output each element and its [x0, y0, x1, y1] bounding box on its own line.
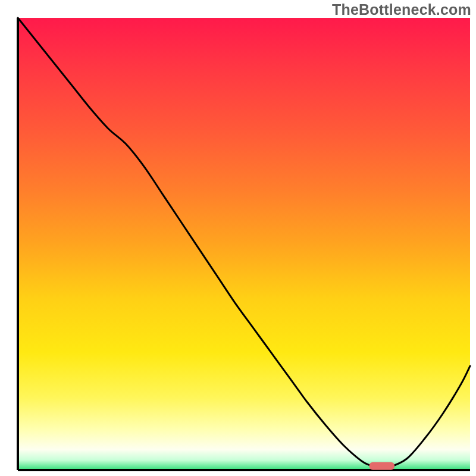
- watermark-text: TheBottleneck.com: [332, 1, 471, 18]
- plot-background: [18, 18, 470, 470]
- bottleneck-chart: [0, 0, 476, 476]
- optimal-marker: [369, 462, 395, 470]
- chart-container: TheBottleneck.com: [0, 0, 476, 476]
